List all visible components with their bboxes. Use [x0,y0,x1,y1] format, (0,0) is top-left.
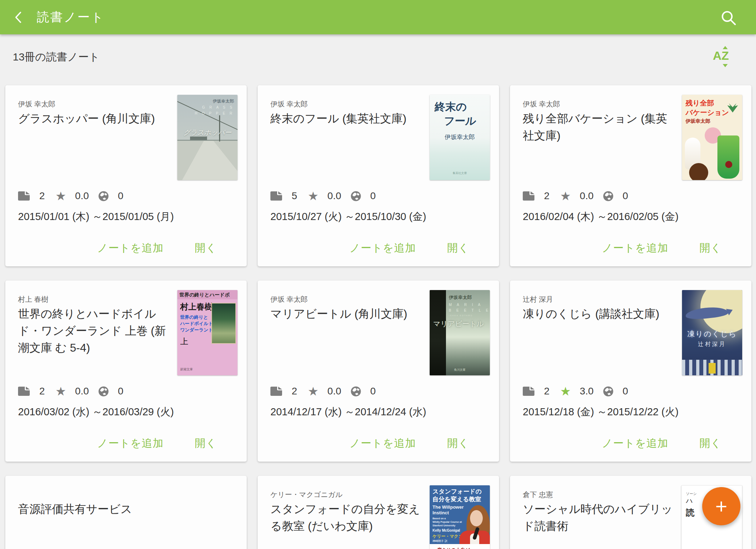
reading-period: 2015/01/01 (木) ～2015/01/05 (月) [18,210,174,224]
book-title: スタンフォードの自分を変える教室 (だいわ文庫) [270,501,425,534]
add-note-button[interactable]: ノートを追加 [349,241,416,255]
book-stats: 2 ★ 0.0 0 [17,385,124,397]
book-title: グラスホッパー (角川文庫) [18,110,173,127]
globe-icon [603,386,614,397]
book-card[interactable]: 音源評価共有サービス [5,476,247,549]
reading-period: 2016/03/02 (水) ～2016/03/29 (火) [18,405,174,419]
web-count: 0 [118,190,124,202]
note-count: 2 [292,386,297,397]
add-note-button[interactable]: ノートを追加 [602,241,668,255]
web-count: 0 [118,386,124,397]
note-count: 2 [544,190,550,202]
rating-value: 0.0 [580,190,594,202]
globe-icon [98,191,109,202]
web-count: 0 [370,190,376,202]
book-cover-image: スタンフォードの 自分を変える教室 The Willpower Instinct… [430,485,490,549]
book-card[interactable]: ケリー・マクゴニガル スタンフォードの自分を変える教室 (だいわ文庫) スタンフ… [258,476,499,549]
book-title: 残り全部バケーション (集英社文庫) [523,110,678,144]
card-actions: ノートを追加 開く [258,241,499,255]
open-button[interactable]: 開く [195,241,217,255]
add-note-button[interactable]: ノートを追加 [97,241,164,255]
note-icon [522,191,535,201]
back-button[interactable] [12,10,25,25]
open-button[interactable]: 開く [447,241,469,255]
book-stats: 5 ★ 0.0 0 [270,190,376,202]
book-cover-image: 伊坂幸太郎 M A R I A B E E T L E ISAKA KOTARO… [430,290,490,375]
open-button[interactable]: 開く [195,436,217,451]
book-author: 伊坂 幸太郎 [18,99,56,109]
book-stats: 2 ★ 3.0 0 [522,385,628,397]
rating-value: 0.0 [75,190,89,202]
add-note-button[interactable]: ノートを追加 [602,436,668,451]
book-title: ソーシャル時代のハイブリッド読書術 [523,501,678,534]
note-icon [17,386,30,396]
note-count: 2 [39,190,45,202]
book-cover-image: 世界の終りとハードボ 村上春樹 世界の終りと ハードボイルド・ ワンダーランド … [177,290,237,375]
book-author: 倉下 忠憲 [523,490,553,499]
book-cover-image: 凍りのくじら 辻村深月 [682,290,742,375]
book-card[interactable]: 村上 春樹 世界の終りとハードボイルド・ワンダーランド 上巻 (新潮文庫 む 5… [5,281,247,462]
globe-icon [350,191,361,202]
card-actions: ノートを追加 開く [5,241,247,255]
note-icon [270,386,283,396]
book-stats: 2 ★ 0.0 0 [17,190,124,202]
star-icon: ★ [56,385,66,397]
book-stats: 2 ★ 0.0 0 [522,190,628,202]
app-bar: 読書ノート [0,0,756,34]
book-card[interactable]: 辻村 深月 凍りのくじら (講談社文庫) 凍りのくじら 辻村深月 2 ★ 3.0… [510,281,751,462]
book-card[interactable]: 伊坂 幸太郎 マリアビートル (角川文庫) 伊坂幸太郎 M A R I A B … [258,281,499,462]
page-title: 読書ノート [37,9,105,25]
book-author: 伊坂 幸太郎 [523,99,560,109]
open-button[interactable]: 開く [699,436,722,451]
back-chevron-icon [15,11,22,23]
star-icon: ★ [308,385,319,397]
rating-value: 0.0 [327,386,341,397]
star-icon: ★ [560,190,571,202]
book-card[interactable]: 伊坂 幸太郎 終末のフール (集英社文庫) 終末の フール 伊坂幸太郎 集英社文… [258,85,499,266]
book-card-grid: 伊坂 幸太郎 グラスホッパー (角川文庫) 伊坂幸太郎 G R A S S H … [5,85,751,549]
plus-icon: + [715,496,727,516]
search-button[interactable] [720,9,736,25]
book-count-label: 13冊の読書ノート [13,50,99,64]
book-author: 村上 春樹 [18,295,48,304]
note-count: 2 [544,386,550,397]
web-count: 0 [623,190,628,202]
star-icon: ★ [308,190,319,202]
book-title: 終末のフール (集英社文庫) [270,110,425,127]
open-button[interactable]: 開く [447,436,469,451]
book-author: ケリー・マクゴニガル [270,490,343,499]
card-actions: ノートを追加 開く [510,241,751,255]
book-stats: 2 ★ 0.0 0 [270,385,376,397]
book-cover-image: 終末の フール 伊坂幸太郎 集英社文庫 [430,95,490,180]
star-icon: ★ [560,385,571,397]
web-count: 0 [370,386,376,397]
sort-alphabetical-button[interactable]: AZ [712,46,735,68]
add-note-button[interactable]: ノートを追加 [349,436,416,451]
note-icon [17,191,30,201]
book-cover-image: 残り全部 バケーション 伊坂幸太郎 [682,95,742,180]
book-card[interactable]: 伊坂 幸太郎 グラスホッパー (角川文庫) 伊坂幸太郎 G R A S S H … [5,85,247,266]
book-author: 伊坂 幸太郎 [270,295,308,304]
note-count: 5 [292,190,297,202]
rating-value: 3.0 [580,386,594,397]
web-count: 0 [623,386,628,397]
note-count: 2 [39,386,45,397]
add-book-fab[interactable]: + [702,487,740,525]
book-card[interactable]: 伊坂 幸太郎 残り全部バケーション (集英社文庫) 残り全部 バケーション 伊坂… [510,85,751,266]
card-actions: ノートを追加 開く [258,436,499,451]
card-actions: ノートを追加 開く [5,436,247,451]
reading-period: 2015/10/27 (火) ～2015/10/30 (金) [270,210,426,224]
book-title: マリアビートル (角川文庫) [270,305,425,322]
reading-period: 2015/12/18 (金) ～2015/12/22 (火) [523,405,678,419]
rating-value: 0.0 [75,386,89,397]
rating-value: 0.0 [327,190,341,202]
globe-icon [350,386,361,397]
book-cover-image: 伊坂幸太郎 G R A S S H O P P E R グラスホッパー [177,95,237,180]
star-icon: ★ [56,190,66,202]
open-button[interactable]: 開く [699,241,722,255]
reading-period: 2014/12/17 (水) ～2014/12/24 (水) [270,405,426,419]
add-note-button[interactable]: ノートを追加 [97,436,164,451]
reading-period: 2016/02/04 (木) ～2016/02/05 (金) [523,210,678,224]
note-icon [270,191,283,201]
sort-az-icon: AZ [713,49,729,63]
